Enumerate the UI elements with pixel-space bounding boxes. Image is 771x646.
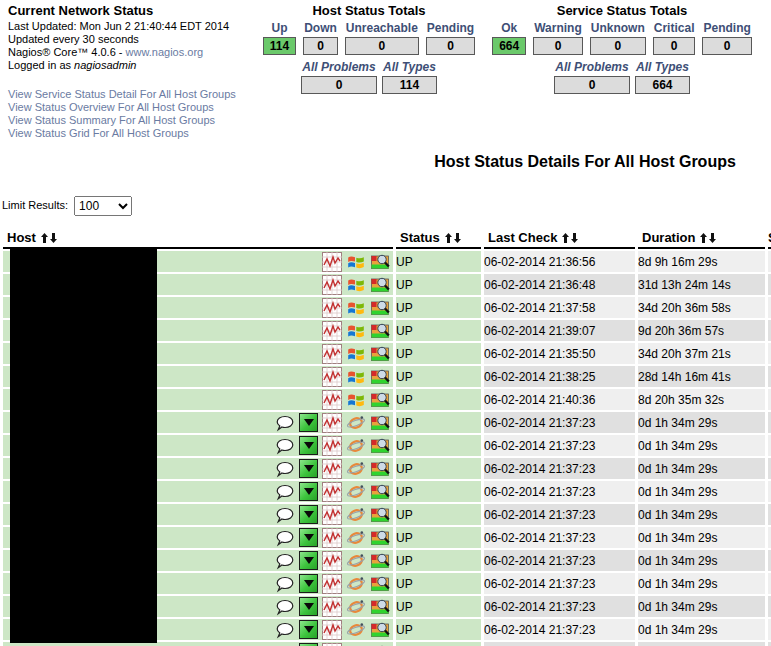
comment-icon[interactable] [275, 551, 295, 571]
service-totals-header-warning[interactable]: Warning [533, 21, 583, 35]
host-extinfo-icon[interactable] [370, 321, 390, 341]
host-extinfo-icon[interactable] [370, 436, 390, 456]
windows-os-icon[interactable] [346, 344, 366, 364]
trends-icon[interactable] [322, 252, 342, 272]
service-all-problems-header[interactable]: All Problems [554, 60, 630, 74]
statusmap-icon[interactable] [346, 574, 366, 594]
nagios-org-link[interactable]: www.nagios.org [126, 46, 204, 58]
trends-icon[interactable] [322, 643, 342, 646]
trends-icon[interactable] [322, 459, 342, 479]
sort-ascending-icon[interactable] [700, 233, 707, 243]
statusmap-icon[interactable] [346, 597, 366, 617]
host-extinfo-icon[interactable] [370, 367, 390, 387]
trends-icon[interactable] [322, 597, 342, 617]
host-totals-header-unreachable[interactable]: Unreachable [345, 21, 419, 35]
sort-descending-icon[interactable] [709, 233, 716, 243]
host-extinfo-icon[interactable] [370, 643, 390, 646]
service-totals-header-pending[interactable]: Pending [702, 21, 751, 35]
host-extinfo-icon[interactable] [370, 413, 390, 433]
trends-icon[interactable] [322, 344, 342, 364]
actions-dropdown-icon[interactable] [299, 413, 318, 432]
sort-ascending-icon[interactable] [562, 233, 569, 243]
limit-results-select[interactable]: 100 [74, 196, 132, 216]
trends-icon[interactable] [322, 551, 342, 571]
windows-os-icon[interactable] [346, 367, 366, 387]
trends-icon[interactable] [322, 436, 342, 456]
trends-icon[interactable] [322, 390, 342, 410]
sort-ascending-icon[interactable] [445, 233, 452, 243]
host-extinfo-icon[interactable] [370, 574, 390, 594]
host-all-types-header[interactable]: All Types [382, 60, 437, 74]
host-extinfo-icon[interactable] [370, 620, 390, 640]
windows-os-icon[interactable] [346, 321, 366, 341]
comment-icon[interactable] [275, 413, 295, 433]
actions-dropdown-icon[interactable] [299, 597, 318, 616]
statusmap-icon[interactable] [346, 620, 366, 640]
host-extinfo-icon[interactable] [370, 551, 390, 571]
service-all-types-header[interactable]: All Types [635, 60, 690, 74]
host-extinfo-icon[interactable] [370, 252, 390, 272]
trends-icon[interactable] [322, 298, 342, 318]
trends-icon[interactable] [322, 413, 342, 433]
actions-dropdown-icon[interactable] [299, 551, 318, 570]
host-totals-header-up[interactable]: Up [263, 21, 296, 35]
nav-link-status-summary[interactable]: View Status Summary For All Host Groups [8, 114, 236, 127]
actions-dropdown-icon[interactable] [299, 528, 318, 547]
sort-descending-icon[interactable] [571, 233, 578, 243]
service-totals-header-unknown[interactable]: Unknown [590, 21, 646, 35]
trends-icon[interactable] [322, 620, 342, 640]
service-totals-header-ok[interactable]: Ok [492, 21, 526, 35]
comment-icon[interactable] [275, 459, 295, 479]
statusmap-icon[interactable] [346, 413, 366, 433]
actions-dropdown-icon[interactable] [299, 620, 318, 639]
actions-dropdown-icon[interactable] [299, 505, 318, 524]
statusmap-icon[interactable] [346, 459, 366, 479]
host-totals-header-down[interactable]: Down [303, 21, 338, 35]
sort-descending-icon[interactable] [454, 233, 461, 243]
comment-icon[interactable] [275, 482, 295, 502]
trends-icon[interactable] [322, 482, 342, 502]
sort-descending-icon[interactable] [50, 233, 57, 243]
trends-icon[interactable] [322, 505, 342, 525]
statusmap-icon[interactable] [346, 482, 366, 502]
host-totals-header-pending[interactable]: Pending [426, 21, 475, 35]
host-extinfo-icon[interactable] [370, 528, 390, 548]
trends-icon[interactable] [322, 367, 342, 387]
windows-os-icon[interactable] [346, 298, 366, 318]
actions-dropdown-icon[interactable] [299, 436, 318, 455]
nav-link-status-overview[interactable]: View Status Overview For All Host Groups [8, 101, 236, 114]
comment-icon[interactable] [275, 528, 295, 548]
host-extinfo-icon[interactable] [370, 390, 390, 410]
nav-link-status-grid[interactable]: View Status Grid For All Host Groups [8, 127, 236, 140]
host-extinfo-icon[interactable] [370, 298, 390, 318]
comment-icon[interactable] [275, 620, 295, 640]
actions-dropdown-icon[interactable] [299, 574, 318, 593]
nav-link-service-status-detail[interactable]: View Service Status Detail For All Host … [8, 88, 236, 101]
statusmap-icon[interactable] [346, 436, 366, 456]
comment-icon[interactable] [275, 643, 295, 646]
host-extinfo-icon[interactable] [370, 275, 390, 295]
actions-dropdown-icon[interactable] [299, 482, 318, 501]
comment-icon[interactable] [275, 597, 295, 617]
host-all-problems-header[interactable]: All Problems [301, 60, 377, 74]
windows-os-icon[interactable] [346, 252, 366, 272]
windows-os-icon[interactable] [346, 390, 366, 410]
comment-icon[interactable] [275, 436, 295, 456]
comment-icon[interactable] [275, 574, 295, 594]
trends-icon[interactable] [322, 321, 342, 341]
trends-icon[interactable] [322, 574, 342, 594]
trends-icon[interactable] [322, 275, 342, 295]
service-totals-header-critical[interactable]: Critical [653, 21, 696, 35]
trends-icon[interactable] [322, 528, 342, 548]
comment-icon[interactable] [275, 505, 295, 525]
statusmap-icon[interactable] [346, 528, 366, 548]
windows-os-icon[interactable] [346, 275, 366, 295]
host-extinfo-icon[interactable] [370, 459, 390, 479]
statusmap-icon[interactable] [346, 505, 366, 525]
sort-ascending-icon[interactable] [41, 233, 48, 243]
statusmap-icon[interactable] [346, 551, 366, 571]
host-extinfo-icon[interactable] [370, 505, 390, 525]
statusmap-icon[interactable] [346, 643, 366, 646]
actions-dropdown-icon[interactable] [299, 459, 318, 478]
host-extinfo-icon[interactable] [370, 344, 390, 364]
